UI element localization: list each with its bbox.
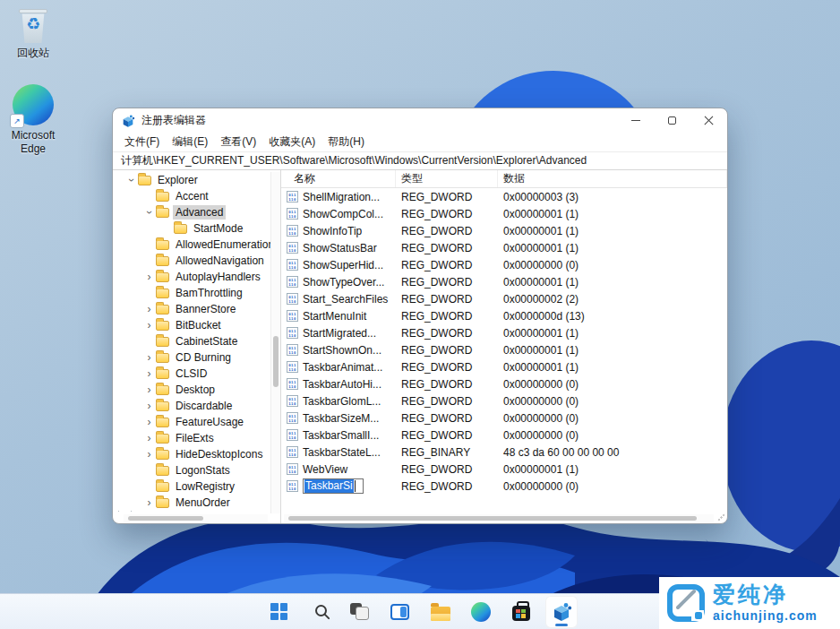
widgets-button[interactable] xyxy=(384,596,416,628)
value-name-cell: WebView xyxy=(281,463,396,476)
tree-item[interactable]: FeatureUsage xyxy=(113,414,270,430)
folder-icon xyxy=(156,369,169,379)
address-bar[interactable]: 计算机\HKEY_CURRENT_USER\Software\Microsoft… xyxy=(113,151,727,170)
value-name-cell: ShowInfoTip xyxy=(281,225,396,237)
tree-item[interactable]: Desktop xyxy=(113,382,270,398)
tree-item[interactable]: StartMode xyxy=(113,220,270,237)
edge-button[interactable] xyxy=(465,596,497,628)
menu-item-1[interactable]: 编辑(E) xyxy=(166,134,214,150)
tree-item-label: MenuOrder xyxy=(173,495,233,510)
menu-item-2[interactable]: 查看(V) xyxy=(214,134,262,150)
chevron-icon[interactable] xyxy=(143,417,155,427)
value-data: 0x00000000 (0) xyxy=(498,378,727,391)
registry-value-row[interactable]: WebViewREG_DWORD0x00000001 (1) xyxy=(281,461,727,478)
title-bar[interactable]: 注册表编辑器 xyxy=(113,108,727,133)
menu-item-0[interactable]: 文件(F) xyxy=(118,134,166,150)
tree-item[interactable]: FileExts xyxy=(113,430,270,446)
rename-input[interactable]: TaskbarSi xyxy=(303,478,364,494)
registry-value-row[interactable]: ShowInfoTipREG_DWORD0x00000001 (1) xyxy=(281,222,727,239)
chevron-icon[interactable] xyxy=(143,401,155,411)
registry-value-row[interactable]: TaskbarSmallI...REG_DWORD0x00000000 (0) xyxy=(281,427,727,444)
regedit-app-icon xyxy=(121,114,135,128)
list-horizontal-scrollbar[interactable] xyxy=(284,514,714,522)
registry-value-row[interactable]: TaskbarGlomL...REG_DWORD0x00000000 (0) xyxy=(281,392,727,409)
chevron-icon[interactable] xyxy=(143,384,155,395)
value-name-cell: StartShownOn... xyxy=(281,344,396,357)
chevron-icon[interactable] xyxy=(143,497,155,508)
search-button[interactable] xyxy=(304,596,336,628)
tree-item[interactable]: Advanced xyxy=(113,204,270,220)
tree-item[interactable]: Explorer xyxy=(113,172,270,188)
tree-item[interactable]: MenuOrder xyxy=(113,495,270,511)
registry-value-row[interactable]: ShowCompCol...REG_DWORD0x00000001 (1) xyxy=(281,205,727,222)
registry-value-row[interactable]: Start_SearchFilesREG_DWORD0x00000002 (2) xyxy=(281,290,727,307)
tree-item-label: AutoplayHandlers xyxy=(173,270,263,284)
column-header-data[interactable]: 数据 xyxy=(498,170,727,187)
task-view-button[interactable] xyxy=(344,596,376,628)
menu-item-4[interactable]: 帮助(H) xyxy=(321,134,371,150)
store-button[interactable] xyxy=(505,596,537,628)
edge-desktop-icon[interactable]: Microsoft Edge xyxy=(0,84,66,156)
tree-item[interactable]: CabinetState xyxy=(113,333,270,349)
registry-value-row[interactable]: TaskbarSiREG_DWORD0x00000000 (0) xyxy=(281,478,727,495)
chevron-icon[interactable] xyxy=(143,433,155,444)
tree-horizontal-scrollbar[interactable] xyxy=(124,514,268,522)
tree-item[interactable]: AutoplayHandlers xyxy=(113,269,270,285)
chevron-icon[interactable] xyxy=(143,271,155,282)
chevron-icon[interactable] xyxy=(143,207,155,218)
tree-item[interactable]: HideDesktopIcons xyxy=(113,446,270,462)
column-header-name[interactable]: 名称 xyxy=(281,170,396,187)
tree-item[interactable]: CLSID xyxy=(113,366,270,382)
tree-item-label: CLSID xyxy=(173,366,210,381)
tree-item[interactable]: LowRegistry xyxy=(113,478,270,495)
registry-value-row[interactable]: ShowStatusBarREG_DWORD0x00000001 (1) xyxy=(281,239,727,256)
tree-item[interactable]: BannerStore xyxy=(113,301,270,317)
scrollbar-thumb[interactable] xyxy=(288,516,697,521)
tree-item[interactable]: Discardable xyxy=(113,398,270,414)
tree-vertical-scrollbar[interactable] xyxy=(270,172,280,513)
registry-value-row[interactable]: StartMigrated...REG_DWORD0x00000001 (1) xyxy=(281,324,727,341)
registry-value-row[interactable]: TaskbarStateL...REG_BINARY48 c3 da 60 00… xyxy=(281,444,727,461)
chevron-icon[interactable] xyxy=(143,304,155,314)
tree-item[interactable]: BitBucket xyxy=(113,317,270,333)
file-explorer-button[interactable] xyxy=(424,596,457,628)
tree-item[interactable]: AllowedNavigation xyxy=(113,253,270,269)
chevron-icon[interactable] xyxy=(143,368,155,379)
watermark: 爱纯净 aichunjing.com xyxy=(659,577,840,629)
registry-value-row[interactable]: StartMenuInitREG_DWORD0x0000000d (13) xyxy=(281,307,727,324)
chevron-icon[interactable] xyxy=(125,175,137,185)
folder-icon xyxy=(156,321,169,331)
scrollbar-thumb[interactable] xyxy=(273,336,279,387)
value-name: StartShownOn... xyxy=(303,344,381,357)
value-data: 0x00000000 (0) xyxy=(498,259,727,271)
chevron-icon[interactable] xyxy=(143,449,155,460)
registry-value-row[interactable]: TaskbarAnimat...REG_DWORD0x00000001 (1) xyxy=(281,358,727,375)
maximize-button[interactable] xyxy=(654,108,690,133)
minimize-button[interactable] xyxy=(617,108,654,133)
menu-item-3[interactable]: 收藏夹(A) xyxy=(262,134,321,150)
registry-value-row[interactable]: ShowTypeOver...REG_DWORD0x00000001 (1) xyxy=(281,273,727,290)
registry-value-row[interactable]: TaskbarSizeM...REG_DWORD0x00000000 (0) xyxy=(281,409,727,427)
resize-grip[interactable] xyxy=(717,513,725,521)
start-button[interactable] xyxy=(263,596,296,628)
scrollbar-thumb[interactable] xyxy=(128,516,203,521)
registry-value-row[interactable]: ShellMigration...REG_DWORD0x00000003 (3) xyxy=(281,188,727,205)
tree-item-label: AllowedNavigation xyxy=(173,254,267,268)
tree-item[interactable]: Accent xyxy=(113,188,270,204)
close-button[interactable] xyxy=(690,108,727,133)
registry-editor-button[interactable] xyxy=(545,596,578,628)
watermark-title: 爱纯净 xyxy=(713,583,818,606)
tree-item[interactable]: AllowedEnumeration xyxy=(113,237,270,253)
tree-item[interactable]: CD Burning xyxy=(113,349,270,366)
window-title: 注册表编辑器 xyxy=(141,113,206,128)
chevron-icon[interactable] xyxy=(143,320,155,331)
registry-value-row[interactable]: TaskbarAutoHi...REG_DWORD0x00000000 (0) xyxy=(281,375,727,392)
column-header-type[interactable]: 类型 xyxy=(396,170,498,187)
tree-item[interactable]: BamThrottling xyxy=(113,285,270,301)
registry-value-row[interactable]: ShowSuperHid...REG_DWORD0x00000000 (0) xyxy=(281,256,727,273)
registry-value-row[interactable]: StartShownOn...REG_DWORD0x00000001 (1) xyxy=(281,341,727,358)
tree-item[interactable]: LogonStats xyxy=(113,462,270,478)
chevron-icon[interactable] xyxy=(143,352,155,363)
recycle-bin-desktop-icon[interactable]: ♻ 回收站 xyxy=(0,7,66,60)
value-data: 0x00000001 (1) xyxy=(498,344,727,357)
